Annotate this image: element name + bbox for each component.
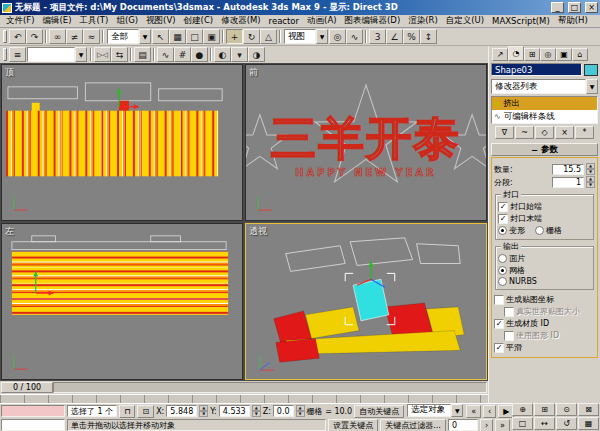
select-and-move-icon[interactable]: + <box>226 29 243 44</box>
stack-item-extrude[interactable]: ● 挤出 <box>492 97 597 110</box>
menu-item-animation[interactable]: 动画(A) <box>303 15 340 27</box>
grid-radio[interactable] <box>535 226 544 235</box>
bind-to-spacewarp-icon[interactable]: ≈ <box>83 29 100 44</box>
toolbar-handle[interactable] <box>3 30 7 43</box>
viewport-left[interactable]: 左 <box>1 223 243 380</box>
track-bar[interactable] <box>0 394 488 403</box>
select-and-manipulate-icon[interactable]: ∿ <box>346 29 363 44</box>
zoom-icon[interactable]: ⊕ <box>512 403 533 416</box>
viewport-front-label[interactable]: 前 <box>249 66 258 79</box>
chevron-down-icon[interactable]: ▼ <box>451 404 463 417</box>
snap-toggle-3d-icon[interactable]: 3 <box>369 29 386 44</box>
tab-utilities[interactable]: ⌂ <box>572 48 588 61</box>
move-gizmo[interactable] <box>117 89 139 109</box>
tab-motion[interactable]: ◎ <box>540 48 556 61</box>
angle-snap-icon[interactable]: ∠ <box>386 29 403 44</box>
use-pivot-center-icon[interactable]: ◎ <box>329 29 346 44</box>
previous-frame-button[interactable]: ‹ <box>483 405 496 418</box>
z-coordinate-field[interactable]: 0.0 <box>273 405 294 417</box>
object-color-swatch[interactable] <box>584 64 598 76</box>
select-and-scale-icon[interactable]: △ <box>260 29 277 44</box>
rectangular-selection-region-icon[interactable]: □ <box>186 29 203 44</box>
percent-snap-icon[interactable]: % <box>403 29 420 44</box>
menu-item-group[interactable]: 组(G) <box>112 15 142 27</box>
cap-end-checkbox[interactable]: ✓ <box>498 214 508 224</box>
zoom-extents-icon[interactable]: ⊙ <box>556 403 577 416</box>
object-name-field[interactable]: Shape03 <box>491 63 582 76</box>
menu-item-customize[interactable]: 自定义(U) <box>442 15 488 27</box>
menu-item-tools[interactable]: 工具(T) <box>76 15 113 27</box>
current-frame-field[interactable]: 0 <box>448 419 478 431</box>
pan-icon[interactable]: ↔ <box>534 417 555 430</box>
viewport-top-label[interactable]: 顶 <box>5 66 14 79</box>
show-end-result-icon[interactable]: ~ <box>515 126 534 139</box>
go-to-start-button[interactable]: « <box>466 405 481 418</box>
selection-filter-dropdown[interactable]: 全部 ▼ <box>107 29 151 44</box>
go-to-end-button[interactable]: » <box>495 419 510 431</box>
select-by-name-icon[interactable]: ▦ <box>169 29 186 44</box>
segments-spinner[interactable]: ▲▼ <box>586 176 595 188</box>
render-scene-icon[interactable]: ◐ <box>214 47 231 62</box>
redo-icon[interactable]: ↷ <box>26 29 43 44</box>
cap-start-checkbox[interactable]: ✓ <box>498 202 508 212</box>
menu-item-file[interactable]: 文件(F) <box>2 15 39 27</box>
key-filters-button[interactable]: 关键点过滤器... <box>380 419 446 431</box>
zoom-extents-all-icon[interactable]: ⊠ <box>578 403 599 416</box>
select-and-rotate-icon[interactable]: ↻ <box>243 29 260 44</box>
key-mode-dropdown[interactable]: 选定对象 ▼ <box>407 404 463 418</box>
next-frame-button[interactable]: › <box>480 419 493 431</box>
mesh-radio[interactable] <box>498 266 507 275</box>
generate-material-ids-checkbox[interactable]: ✓ <box>494 319 504 329</box>
close-button[interactable]: × <box>585 2 598 13</box>
unlink-selection-icon[interactable]: ≠ <box>66 29 83 44</box>
viewport-top-canvas[interactable] <box>2 65 242 220</box>
amount-field[interactable]: 15.5 <box>552 164 584 175</box>
chevron-down-icon[interactable]: ▼ <box>139 29 151 44</box>
mini-listener-field[interactable] <box>1 419 65 431</box>
align-icon[interactable]: ⇆ <box>111 47 128 62</box>
undo-icon[interactable]: ↶ <box>9 29 26 44</box>
y-coordinate-field[interactable]: 4.533 <box>219 405 250 417</box>
use-shape-ids-checkbox[interactable] <box>504 331 514 341</box>
set-key-button[interactable]: 设置关键点 <box>328 419 378 431</box>
menu-item-create[interactable]: 创建(C) <box>180 15 218 27</box>
menu-item-rendering[interactable]: 渲染(R) <box>404 15 442 27</box>
parameters-rollout-header[interactable]: − 参数 <box>491 143 598 156</box>
viewport-front-canvas[interactable]: 三羊开泰 HAPPY NEW YEAR <box>246 65 486 220</box>
stack-item-editable-spline[interactable]: ∿ 可编辑样条线 <box>492 110 597 123</box>
named-selection-sets-dropdown[interactable]: ▼ <box>27 47 87 62</box>
maximize-button[interactable]: □ <box>568 2 581 13</box>
tab-hierarchy[interactable]: ⊞ <box>524 48 540 61</box>
tab-modify[interactable]: ◔ <box>508 46 524 61</box>
quick-render-icon[interactable]: ◑ <box>248 47 265 62</box>
y-spinner[interactable]: ▲▼ <box>252 405 261 417</box>
viewport-perspective[interactable]: 透视 <box>245 223 487 380</box>
chevron-down-icon[interactable]: ▼ <box>586 79 598 94</box>
x-coordinate-field[interactable]: 5.848 <box>166 405 197 417</box>
material-editor-icon[interactable]: ● <box>191 47 208 62</box>
edit-named-sets-icon[interactable]: ≡ <box>9 47 26 62</box>
minimize-button[interactable]: _ <box>551 2 564 13</box>
x-spinner[interactable]: ▲▼ <box>199 405 208 417</box>
persp-text-object[interactable] <box>274 279 464 362</box>
menu-item-reactor[interactable]: reactor <box>265 16 303 26</box>
menu-item-help[interactable]: 帮助(H) <box>554 15 592 27</box>
schematic-view-icon[interactable]: # <box>174 47 191 62</box>
viewport-left-canvas[interactable] <box>2 224 242 379</box>
select-and-link-icon[interactable]: ∞ <box>49 29 66 44</box>
viewport-perspective-label[interactable]: 透视 <box>249 225 267 238</box>
morph-radio[interactable] <box>498 226 507 235</box>
remove-modifier-icon[interactable]: × <box>555 126 574 139</box>
real-world-map-size-checkbox[interactable] <box>504 307 514 317</box>
segments-field[interactable]: 1 <box>552 177 584 188</box>
tab-create[interactable]: ↗ <box>492 48 508 61</box>
time-slider-track[interactable] <box>53 382 487 393</box>
smooth-checkbox[interactable]: ✓ <box>494 343 504 353</box>
tab-display[interactable]: ▣ <box>556 48 572 61</box>
z-spinner[interactable]: ▲▼ <box>296 405 305 417</box>
absolute-offset-toggle[interactable]: ⊡ <box>137 405 154 418</box>
viewport-top[interactable]: 顶 <box>1 64 243 221</box>
modifier-list-dropdown[interactable]: 修改器列表 ▼ <box>491 79 598 94</box>
make-unique-icon[interactable]: ◇ <box>535 126 554 139</box>
macro-recorder-field[interactable] <box>1 405 65 417</box>
